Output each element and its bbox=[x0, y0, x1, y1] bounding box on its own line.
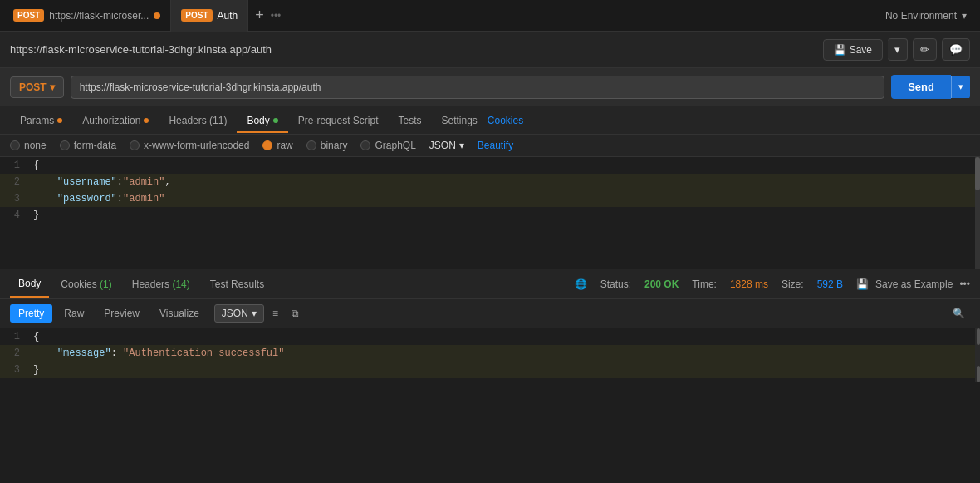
radio-graphql bbox=[360, 140, 370, 150]
body-type-graphql[interactable]: GraphQL bbox=[360, 140, 415, 151]
tab-body[interactable]: Body bbox=[237, 108, 287, 133]
resp-search-icon[interactable]: 🔍 bbox=[948, 306, 970, 321]
json-chevron-icon: ▾ bbox=[459, 140, 464, 151]
send-button-group: Send ▾ bbox=[891, 75, 970, 99]
beautify-button[interactable]: Beautify bbox=[478, 140, 970, 151]
tab-tests[interactable]: Tests bbox=[388, 108, 431, 133]
method-chevron-icon: ▾ bbox=[50, 81, 55, 93]
editor-scrollbar[interactable] bbox=[975, 157, 980, 269]
save-example-label[interactable]: Save as Example bbox=[875, 278, 953, 290]
tab-method-post-auth: POST bbox=[181, 9, 212, 22]
request-bar: POST ▾ Send ▾ bbox=[0, 68, 980, 106]
resp-format-raw[interactable]: Raw bbox=[56, 304, 92, 323]
code-line-4: 4 } bbox=[0, 207, 980, 224]
resp-scrollbar-thumb-bottom bbox=[977, 366, 980, 382]
url-input[interactable] bbox=[71, 76, 885, 99]
time-label: Time: bbox=[692, 278, 717, 290]
body-type-binary[interactable]: binary bbox=[306, 140, 348, 151]
tab-tests-label: Tests bbox=[398, 115, 421, 126]
comment-button[interactable]: 💬 bbox=[942, 38, 970, 61]
resp-json-chevron-icon: ▾ bbox=[252, 308, 257, 319]
resp-tab-test-results[interactable]: Test Results bbox=[202, 272, 272, 297]
resp-format-visualize[interactable]: Visualize bbox=[151, 304, 208, 323]
resp-tab-cookies[interactable]: Cookies (1) bbox=[52, 272, 120, 297]
save-icon: 💾 bbox=[834, 44, 846, 56]
body-dot bbox=[273, 118, 278, 123]
more-tabs-button[interactable]: ••• bbox=[271, 10, 282, 22]
send-button[interactable]: Send bbox=[891, 75, 951, 99]
resp-format-pretty[interactable]: Pretty bbox=[10, 304, 52, 323]
save-button[interactable]: 💾 Save bbox=[823, 39, 883, 61]
resp-scrollbar-v[interactable] bbox=[975, 328, 980, 382]
tab-settings-label: Settings bbox=[442, 115, 478, 126]
method-selector[interactable]: POST ▾ bbox=[10, 76, 64, 98]
resp-scrollbar-thumb-top bbox=[977, 328, 980, 345]
resp-json-selector[interactable]: JSON ▾ bbox=[214, 304, 264, 323]
resp-json-label: JSON bbox=[222, 308, 248, 319]
request-body-editor[interactable]: 1 { 2 "username":"admin", 3 "password":"… bbox=[0, 157, 980, 269]
add-tab-button[interactable]: + bbox=[255, 7, 264, 24]
status-label: Status: bbox=[600, 278, 631, 290]
send-dropdown-button[interactable]: ▾ bbox=[951, 76, 970, 98]
tab-label-auth: Auth bbox=[218, 10, 238, 22]
tab-method-post: POST bbox=[13, 9, 44, 22]
tab-bar: POST https://flask-microser... POST Auth… bbox=[0, 0, 980, 32]
environment-label: No Environment bbox=[885, 10, 957, 22]
body-type-bar: none form-data x-www-form-urlencoded raw… bbox=[0, 135, 980, 157]
resp-line-2: 2 "message": "Authentication successful" bbox=[0, 345, 980, 362]
environment-selector[interactable]: No Environment ▾ bbox=[875, 10, 977, 22]
resp-tab-body[interactable]: Body bbox=[10, 271, 49, 298]
response-body-editor: 1 { 2 "message": "Authentication success… bbox=[0, 328, 980, 382]
body-type-raw[interactable]: raw bbox=[262, 140, 292, 151]
resp-line-3: 3 } bbox=[0, 362, 980, 378]
tab-unsaved-dot bbox=[154, 12, 160, 19]
radio-urlencoded bbox=[130, 140, 140, 150]
code-line-3: 3 "password":"admin" bbox=[0, 190, 980, 207]
request-title: https://flask-microservice-tutorial-3dhg… bbox=[10, 43, 816, 56]
size-value: 592 B bbox=[817, 278, 843, 290]
body-type-urlencoded[interactable]: x-www-form-urlencoded bbox=[130, 140, 249, 151]
tab-flask-microser[interactable]: POST https://flask-microser... bbox=[3, 0, 171, 32]
chevron-down-icon: ▾ bbox=[962, 10, 967, 22]
time-value: 1828 ms bbox=[730, 278, 768, 290]
resp-tab-headers-label: Headers bbox=[132, 278, 169, 290]
tab-label-flask: https://flask-microser... bbox=[49, 10, 149, 22]
resp-filter-icon[interactable]: ≡ bbox=[267, 306, 283, 321]
more-actions-icon[interactable]: ••• bbox=[959, 278, 970, 290]
resp-cookies-count: (1) bbox=[100, 278, 112, 290]
resp-tab-cookies-label: Cookies bbox=[61, 278, 96, 290]
resp-tab-headers[interactable]: Headers (14) bbox=[124, 272, 198, 297]
tab-actions: + ••• bbox=[248, 7, 287, 24]
resp-copy-icon[interactable]: ⧉ bbox=[287, 306, 944, 321]
resp-tab-body-label: Body bbox=[18, 278, 41, 289]
cookies-button[interactable]: Cookies bbox=[488, 115, 970, 126]
size-label: Size: bbox=[782, 278, 804, 290]
tab-body-label: Body bbox=[247, 115, 269, 126]
resp-actions: 💾 Save as Example ••• bbox=[856, 278, 970, 290]
edit-button[interactable]: ✏ bbox=[913, 38, 937, 61]
radio-raw bbox=[262, 140, 272, 150]
tab-params[interactable]: Params bbox=[10, 108, 72, 133]
tab-prerequest[interactable]: Pre-request Script bbox=[288, 108, 389, 133]
save-icon: 💾 bbox=[856, 278, 869, 290]
tab-settings[interactable]: Settings bbox=[432, 108, 488, 133]
body-type-none[interactable]: none bbox=[10, 140, 47, 151]
auth-dot bbox=[144, 118, 149, 123]
resp-headers-count: (14) bbox=[172, 278, 189, 290]
resp-line-1: 1 { bbox=[0, 328, 980, 345]
json-type-selector[interactable]: JSON ▾ bbox=[429, 140, 464, 151]
method-label: POST bbox=[19, 81, 47, 93]
response-status-info: 🌐 Status: 200 OK Time: 1828 ms Size: 592… bbox=[575, 278, 843, 290]
resp-format-preview[interactable]: Preview bbox=[96, 304, 148, 323]
resp-tab-test-results-label: Test Results bbox=[210, 278, 264, 290]
radio-binary bbox=[306, 140, 316, 150]
params-dot bbox=[57, 118, 62, 123]
url-bar-actions: 💾 Save ▾ ✏ 💬 bbox=[823, 38, 970, 61]
body-type-form-data[interactable]: form-data bbox=[60, 140, 116, 151]
response-format-bar: Pretty Raw Preview Visualize JSON ▾ ≡ ⧉ … bbox=[0, 299, 980, 328]
tab-authorization[interactable]: Authorization bbox=[72, 108, 159, 133]
save-dropdown-button[interactable]: ▾ bbox=[888, 38, 908, 61]
code-line-2: 2 "username":"admin", bbox=[0, 174, 980, 190]
tab-headers[interactable]: Headers (11) bbox=[159, 108, 237, 133]
tab-auth[interactable]: POST Auth bbox=[171, 0, 248, 32]
